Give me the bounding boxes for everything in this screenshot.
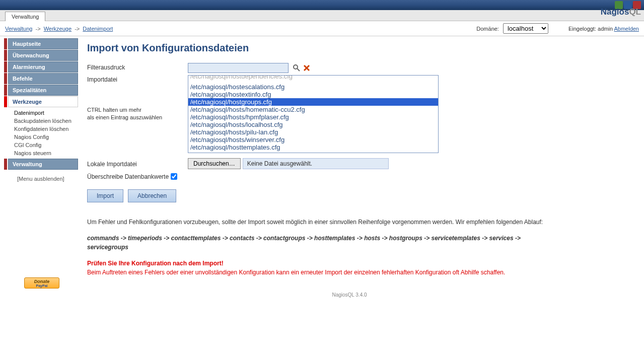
header-bar: [0, 0, 644, 10]
overwrite-checkbox[interactable]: [171, 173, 177, 180]
domain-label: Domäne:: [476, 26, 499, 32]
domain-select[interactable]: localhost: [503, 23, 548, 34]
order-text: commands -> timeperiods -> contacttempla…: [87, 234, 550, 252]
warning-text: Prüfen Sie Ihre Konfiguration nach dem I…: [87, 259, 550, 277]
file-option-6[interactable]: /etc/nagiosql/hosts/pilu-lan.cfg: [188, 128, 438, 136]
nav-item-0[interactable]: Hauptseite: [4, 38, 78, 49]
file-option-5[interactable]: /etc/nagiosql/hosts/localhost.cfg: [188, 121, 438, 128]
breadcrumb-2[interactable]: Datenimport: [83, 26, 113, 32]
nav-item-2[interactable]: Alarmierung: [4, 61, 78, 73]
breadcrumb-0[interactable]: Verwaltung: [5, 26, 32, 32]
domain-selector: Domäne: localhost: [476, 23, 548, 34]
subheader: Verwaltung -> Werkzeuge -> Datenimport D…: [0, 21, 644, 36]
browse-button[interactable]: Durchsuchen…: [188, 158, 241, 169]
file-option-2[interactable]: /etc/nagiosql/hostgroups.cfg: [188, 98, 438, 106]
logo: NagiosQL: [601, 7, 641, 17]
svg-line-1: [297, 68, 300, 71]
footer-version: NagiosQL 3.4.0: [87, 292, 612, 298]
login-info: Eingeloggt: admin Abmelden: [568, 26, 639, 32]
subnav-item-4[interactable]: CGI Config: [11, 141, 78, 149]
donate-button[interactable]: Donate PayPal: [24, 277, 59, 289]
filter-label: Filterausdruck: [87, 63, 188, 71]
file-option-cut-top[interactable]: /etc/nagiosql/hostdependencies.cfg: [188, 75, 438, 80]
menu-toggle[interactable]: [Menu ausblenden]: [17, 176, 78, 182]
tab-verwaltung[interactable]: Verwaltung: [5, 12, 45, 21]
filter-input[interactable]: [188, 63, 289, 73]
main-content: Import von Konfigurationsdateien Filtera…: [78, 36, 622, 308]
nav-item-4[interactable]: Spezialitäten: [4, 85, 78, 96]
info-text: Um Fehler und Fehlkonfigurationen vorzub…: [87, 218, 550, 227]
logout-link[interactable]: Abmelden: [614, 26, 639, 32]
tab-row: Verwaltung NagiosQL: [0, 10, 644, 21]
file-option-1[interactable]: /etc/nagiosql/hostextinfo.cfg: [188, 91, 438, 98]
nav-item-5[interactable]: Werkzeuge: [4, 96, 78, 107]
nav-item-3[interactable]: Befehle: [4, 73, 78, 84]
ctrl-hint: CTRL halten um mehr als einen Eintrag au…: [87, 106, 188, 122]
subnav-item-5[interactable]: Nagios steuern: [11, 149, 78, 157]
import-button[interactable]: Import: [87, 189, 123, 202]
page-title: Import von Konfigurationsdateien: [87, 42, 612, 54]
breadcrumb-1[interactable]: Werkzeuge: [44, 26, 71, 32]
file-option-8[interactable]: /etc/nagiosql/hosttemplates.cfg: [188, 144, 438, 151]
file-option-3[interactable]: /etc/nagiosql/hosts/homematic-ccu2.cfg: [188, 106, 438, 113]
subnav-item-2[interactable]: Konfigdateien löschen: [11, 125, 78, 133]
nav-item-1[interactable]: Überwachung: [4, 50, 78, 61]
file-option-cut-bottom[interactable]: /etc/nagiosql/servicedependencies.cfg: [188, 151, 438, 153]
search-icon[interactable]: [293, 64, 301, 72]
file-chosen-text: Keine Datei ausgewählt.: [243, 158, 389, 169]
file-option-0[interactable]: /etc/nagiosql/hostescalations.cfg: [188, 83, 438, 91]
cancel-button[interactable]: Abbrechen: [128, 189, 176, 202]
subnav-item-1[interactable]: Backupdateien löschen: [11, 117, 78, 125]
clear-icon[interactable]: [303, 64, 311, 72]
svg-point-0: [294, 65, 298, 69]
import-file-list[interactable]: /etc/nagiosql/hostdependencies.cfg/etc/n…: [188, 75, 439, 153]
subnav-item-3[interactable]: Nagios Config: [11, 133, 78, 141]
overwrite-label: Überschreibe Datenbankwerte: [87, 172, 169, 180]
sidebar: HauptseiteÜberwachungAlarmierungBefehleS…: [0, 36, 78, 308]
file-option-7[interactable]: /etc/nagiosql/hosts/winserver.cfg: [188, 136, 438, 144]
nav-item-6[interactable]: Verwaltung: [4, 159, 78, 170]
local-file-label: Lokale Importdatei: [87, 160, 188, 168]
file-option-4[interactable]: /etc/nagiosql/hosts/hpmfplaser.cfg: [188, 113, 438, 121]
breadcrumb: Verwaltung -> Werkzeuge -> Datenimport: [5, 26, 113, 32]
subnav-item-0[interactable]: Datenimport: [11, 109, 78, 117]
import-label: Importdatei: [87, 76, 188, 83]
